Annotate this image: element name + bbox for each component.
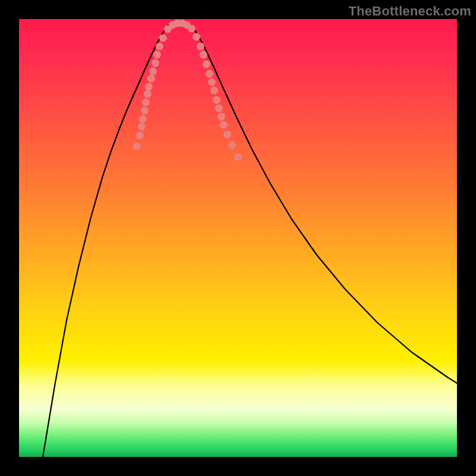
sample-dot <box>206 70 214 78</box>
sample-dot <box>218 113 226 121</box>
sample-dot <box>144 90 152 98</box>
sample-dot <box>142 99 150 107</box>
curve-svg <box>19 19 457 457</box>
plot-area <box>19 19 457 457</box>
sample-dot <box>148 75 155 83</box>
sample-dot <box>228 142 236 149</box>
sample-dot <box>208 79 216 86</box>
sample-dot <box>136 132 144 140</box>
sample-dots-group <box>133 20 242 161</box>
outer-frame: TheBottleneck.com <box>0 0 476 476</box>
sample-dot <box>193 33 201 41</box>
sample-dot <box>197 43 205 51</box>
sample-dot <box>215 105 223 112</box>
sample-dot <box>200 51 208 59</box>
sample-dot <box>154 51 161 59</box>
sample-dot <box>159 35 167 42</box>
credit-label: TheBottleneck.com <box>349 4 471 19</box>
sample-dot <box>141 107 149 115</box>
sample-dot <box>203 61 211 68</box>
bottleneck-curve <box>43 22 457 457</box>
sample-dot <box>213 96 221 104</box>
sample-dot <box>139 115 147 123</box>
sample-dot <box>149 68 157 76</box>
sample-dot <box>138 123 146 131</box>
sample-dot <box>145 83 153 91</box>
sample-dot <box>152 60 159 67</box>
sample-dot <box>133 143 141 151</box>
sample-dot <box>220 121 228 129</box>
sample-dot <box>188 25 196 33</box>
sample-dot <box>156 43 164 51</box>
sample-dot <box>234 154 242 161</box>
sample-dot <box>224 131 231 139</box>
sample-dot <box>211 87 218 95</box>
